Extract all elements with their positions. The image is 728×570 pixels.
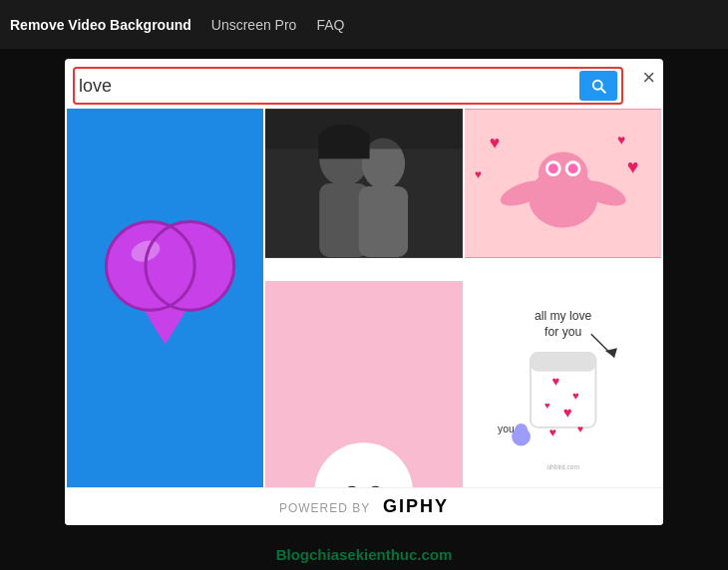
top-nav: Remove Video Background Unscreen Pro FAQ	[0, 0, 728, 49]
svg-text:for you: for you	[545, 325, 581, 339]
kiss-svg	[265, 109, 462, 258]
svg-rect-14	[265, 110, 462, 148]
nav-item-faq[interactable]: FAQ	[316, 17, 344, 33]
gif-grid: ♥ ♥ ♥ ♥	[65, 109, 663, 487]
gif-item-blob[interactable]	[265, 281, 462, 487]
search-button[interactable]	[579, 71, 617, 101]
svg-text:♥: ♥	[617, 132, 625, 147]
mug-svg: all my love for you ♥ ♥ ♥ ♥ ♥ ♥	[470, 286, 656, 475]
giphy-footer: POWERED BY GIPHY	[65, 487, 663, 525]
svg-point-51	[515, 424, 528, 436]
search-wrapper	[65, 59, 663, 109]
svg-text:♥: ♥	[548, 427, 555, 440]
svg-rect-42	[531, 353, 596, 372]
patrick-svg: ♥ ♥ ♥ ♥	[465, 109, 661, 258]
svg-point-21	[567, 163, 577, 173]
gif-item-patrick[interactable]: ♥ ♥ ♥ ♥	[465, 109, 661, 258]
heart-svg	[67, 109, 263, 487]
svg-text:all my love: all my love	[535, 309, 592, 323]
svg-text:♥: ♥	[572, 390, 579, 402]
svg-text:♥: ♥	[489, 133, 500, 152]
gif-item-kiss[interactable]	[265, 109, 462, 258]
svg-text:♥: ♥	[551, 374, 559, 389]
nav-item-unscreen-pro[interactable]: Unscreen Pro	[211, 17, 297, 33]
blob-svg	[265, 281, 462, 487]
powered-by-text: POWERED BY	[279, 501, 370, 515]
giphy-brand: GIPHY	[383, 496, 449, 516]
gif-item-mug[interactable]: all my love for you ♥ ♥ ♥ ♥ ♥ ♥	[465, 281, 661, 480]
nav-item-remove-video[interactable]: Remove Video Background	[10, 17, 191, 33]
svg-text:♥: ♥	[545, 401, 550, 411]
svg-point-20	[548, 163, 558, 173]
modal-overlay: ×	[0, 49, 728, 570]
svg-text:♥: ♥	[562, 405, 571, 422]
svg-rect-11	[359, 186, 408, 257]
close-button[interactable]: ×	[642, 67, 655, 89]
svg-text:♥: ♥	[475, 167, 482, 181]
search-input[interactable]	[79, 76, 579, 97]
gif-item-heart[interactable]	[67, 109, 263, 487]
svg-text:♥: ♥	[626, 155, 638, 177]
svg-text:ohbird.com: ohbird.com	[546, 463, 579, 470]
svg-text:♥: ♥	[576, 424, 582, 434]
gif-search-modal: ×	[65, 59, 663, 525]
search-icon	[589, 77, 607, 95]
search-bar	[73, 67, 623, 105]
